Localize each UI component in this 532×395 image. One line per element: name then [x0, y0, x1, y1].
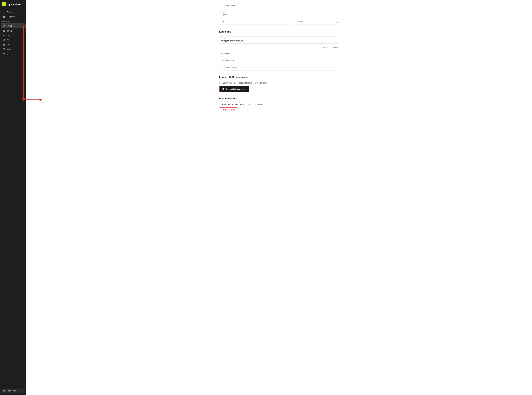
- help-center-button[interactable]: Help Center: [1, 389, 25, 393]
- sidebar-item-label: Support: [7, 53, 13, 55]
- squarespace-icon: [222, 88, 224, 90]
- sidebar-item-label: Websites: [7, 11, 14, 13]
- new-password-input[interactable]: [219, 58, 339, 63]
- city-input[interactable]: [219, 19, 293, 24]
- delete-account-title: Delete Account: [219, 97, 339, 102]
- email-input[interactable]: [221, 39, 337, 42]
- content-area: Website Country Login Info Email *: [213, 0, 345, 126]
- email-action-row: Cancel Save: [219, 45, 339, 49]
- city-country-row: Country: [219, 19, 339, 26]
- monitor-icon: [3, 11, 5, 13]
- sidebar-item-sales[interactable]: Sales: [1, 47, 26, 52]
- shopping-bag-icon: [3, 48, 5, 50]
- delete-account-section: Delete Account To delete your account pl…: [219, 97, 339, 112]
- email-group: Email *: [219, 36, 339, 44]
- sidebar-item-templates[interactable]: Templates: [1, 14, 26, 19]
- sidebar-footer: Help Center: [0, 387, 26, 395]
- sidebar-item-label: Studio: [7, 44, 12, 46]
- sidebar-item-billing[interactable]: Billing: [1, 28, 26, 33]
- country-select[interactable]: Country: [295, 19, 339, 24]
- login-info-title: Login Info: [219, 30, 339, 35]
- svg-rect-3: [3, 16, 4, 16]
- new-password-group: [219, 58, 339, 63]
- sidebar-navigation: Websites Templates ACCOUNT Profile: [0, 9, 26, 387]
- connect-squarespace-button[interactable]: Connect to Squarespace: [219, 86, 249, 92]
- password-input[interactable]: [219, 51, 339, 56]
- user-icon: [3, 25, 5, 27]
- svg-rect-4: [4, 16, 5, 16]
- connect-btn-label: Connect to Squarespace: [226, 88, 247, 90]
- company-name-group: [219, 3, 339, 8]
- website-input[interactable]: [221, 13, 337, 16]
- creator-section-label: CREATOR: [0, 33, 26, 37]
- sidebar-item-support[interactable]: Support: [1, 52, 26, 57]
- squarespace-title: Login with Squarespace: [219, 76, 339, 80]
- sidebar-item-studio[interactable]: Studio: [1, 42, 26, 47]
- save-button[interactable]: Save: [332, 45, 339, 49]
- credit-card-icon: [3, 30, 5, 32]
- sidebar-item-label: Billing: [7, 30, 12, 32]
- sidebar-item-profile[interactable]: Profile: [1, 23, 26, 28]
- cancel-button[interactable]: Cancel: [321, 45, 330, 49]
- account-section-label: ACCOUNT: [0, 19, 26, 23]
- main-content: Website Country Login Info Email *: [26, 0, 532, 395]
- file-icon: [3, 390, 5, 392]
- svg-rect-0: [3, 11, 5, 12]
- city-group: [219, 19, 293, 24]
- sidebar-item-label: Sales: [7, 48, 11, 50]
- help-circle-icon: [3, 53, 5, 55]
- svg-rect-5: [3, 17, 4, 17]
- svg-rect-8: [3, 30, 5, 31]
- squarespace-section: Login with Squarespace Use your Squaresp…: [219, 76, 339, 92]
- brand-logo[interactable]: SK SquareKicker: [0, 0, 26, 9]
- svg-point-7: [4, 25, 5, 26]
- help-center-label: Help Center: [6, 390, 16, 392]
- contact-support-button[interactable]: Contact Support: [219, 107, 238, 112]
- brand-name: SquareKicker: [7, 3, 21, 5]
- website-label: Website: [221, 11, 337, 13]
- sidebar: SK SquareKicker Websites Templates ACCOU…: [0, 0, 26, 395]
- sidebar-item-label: Templates: [7, 16, 15, 18]
- sidebar-item-label: Bio: [7, 39, 9, 41]
- svg-point-11: [4, 39, 4, 40]
- website-wrapper: Website: [219, 10, 339, 17]
- squarespace-description: Use your Squarespace account to login to…: [219, 82, 339, 84]
- logo-text: SK: [3, 3, 5, 5]
- svg-rect-6: [4, 17, 5, 17]
- company-name-input[interactable]: [219, 3, 339, 8]
- email-label: Email *: [221, 38, 337, 39]
- confirm-password-input[interactable]: [219, 65, 339, 71]
- gift-icon: [3, 43, 5, 46]
- delete-account-description: To delete your account please contact Sq…: [219, 103, 339, 105]
- sidebar-item-bio[interactable]: Bio: [1, 37, 26, 42]
- logo-box: SK: [2, 2, 6, 6]
- password-group: [219, 51, 339, 56]
- website-group: Website: [219, 10, 339, 17]
- grid-icon: [3, 16, 5, 18]
- country-select-wrapper: Country: [295, 19, 339, 26]
- id-card-icon: [3, 38, 5, 41]
- login-info-section: Login Info Email * Cancel Save: [219, 30, 339, 71]
- sidebar-item-label: Profile: [7, 25, 12, 27]
- email-wrapper: Email *: [219, 36, 339, 44]
- confirm-password-group: [219, 65, 339, 71]
- sidebar-item-websites[interactable]: Websites: [1, 10, 26, 14]
